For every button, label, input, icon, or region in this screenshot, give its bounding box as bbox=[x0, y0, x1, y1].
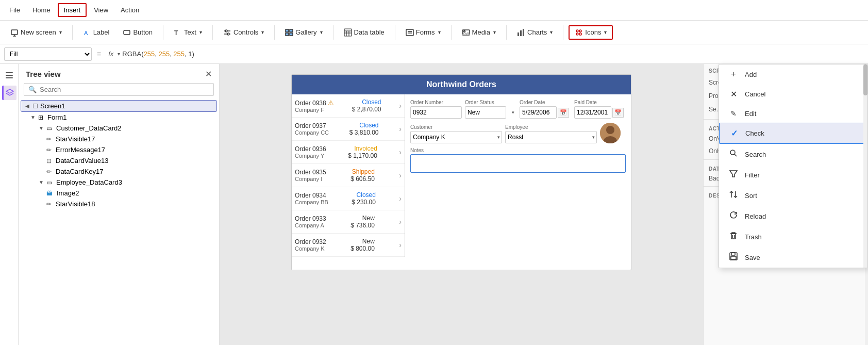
customer-select[interactable]: Company K bbox=[410, 131, 502, 143]
order-date-field: Order Date 📅 bbox=[520, 100, 571, 119]
screen1-label: Screen1 bbox=[40, 102, 65, 110]
svg-point-23 bbox=[463, 30, 465, 32]
main-layout: Tree view ✕ 🔍 ◀ ☐ Screen1 ▼ ⊞ Form1 ▼ ▭ bbox=[0, 64, 868, 345]
dropdown-check[interactable]: ✓ Check bbox=[719, 123, 867, 144]
toolbar-divider-7 bbox=[451, 25, 452, 40]
dck-icon: ✏ bbox=[46, 168, 52, 175]
order-0933-row[interactable]: Order 0933 Company A New $ 736.00 › bbox=[292, 210, 405, 234]
label-button[interactable]: A Label bbox=[78, 26, 115, 39]
left-panel-close-button[interactable]: ✕ bbox=[205, 69, 212, 79]
toolbar-divider-4 bbox=[274, 25, 275, 40]
forms-icon bbox=[406, 28, 414, 37]
dropdown-search[interactable]: Search bbox=[719, 144, 867, 165]
order-date-calendar-icon[interactable]: 📅 bbox=[558, 108, 569, 118]
order-date-input[interactable] bbox=[520, 106, 557, 119]
order-0936-row[interactable]: Order 0936 Company Y Invoiced $ 1,170.00… bbox=[292, 141, 405, 164]
tree-search-input[interactable] bbox=[40, 86, 209, 93]
controls-button[interactable]: Controls ▾ bbox=[218, 26, 269, 39]
order-0932-row[interactable]: Order 0932 Company K New $ 800.00 › bbox=[292, 234, 405, 257]
forms-button[interactable]: Forms ▾ bbox=[400, 26, 446, 39]
dropdown-trash[interactable]: Trash bbox=[719, 226, 867, 247]
customer-dc2-icon: ▭ bbox=[46, 125, 52, 132]
svg-rect-0 bbox=[11, 30, 18, 35]
employee-avatar bbox=[600, 123, 626, 143]
new-screen-icon bbox=[10, 28, 19, 37]
media-icon bbox=[462, 28, 470, 37]
dropdown-filter[interactable]: Filter bbox=[719, 165, 867, 185]
dropdown-sort[interactable]: Sort bbox=[719, 185, 867, 206]
menu-action[interactable]: Action bbox=[115, 4, 144, 16]
order-0934-row[interactable]: Order 0934 Company BB Closed $ 230.00 › bbox=[292, 187, 405, 210]
tree-item-customer-datacard2[interactable]: ▼ ▭ Customer_DataCard2 bbox=[21, 123, 217, 134]
notes-textarea[interactable] bbox=[410, 154, 626, 173]
controls-chevron: ▾ bbox=[261, 29, 264, 35]
emp-dc3-icon: ▭ bbox=[46, 179, 52, 186]
formula-value: RGBA(255, 255, 255, 1) bbox=[122, 50, 194, 58]
starvisible18-label: StarVisible18 bbox=[56, 200, 95, 208]
emp-dc3-chevron: ▼ bbox=[38, 179, 44, 185]
menu-home[interactable]: Home bbox=[27, 4, 56, 16]
menu-insert[interactable]: Insert bbox=[58, 3, 87, 17]
svg-rect-11 bbox=[290, 29, 293, 32]
svg-point-9 bbox=[227, 33, 229, 35]
dropdown-edit[interactable]: ✎ Edit bbox=[719, 104, 867, 123]
search-icon bbox=[728, 149, 739, 159]
hamburger-menu-icon[interactable] bbox=[2, 68, 16, 83]
row-chevron-0938: › bbox=[399, 102, 402, 110]
paid-date-input[interactable] bbox=[574, 106, 611, 119]
errormessage17-label: ErrorMessage17 bbox=[56, 146, 105, 154]
fill-property-select[interactable]: Fill bbox=[4, 47, 92, 61]
svg-rect-10 bbox=[286, 29, 289, 32]
svg-rect-45 bbox=[731, 256, 736, 259]
svg-line-36 bbox=[735, 154, 737, 156]
button-toolbar-btn[interactable]: Button bbox=[118, 26, 158, 39]
sort-icon bbox=[728, 190, 739, 201]
tree-item-employee-datacard3[interactable]: ▼ ▭ Employee_DataCard3 bbox=[21, 177, 217, 188]
svg-rect-19 bbox=[406, 29, 413, 36]
gallery-button[interactable]: Gallery ▾ bbox=[280, 26, 327, 39]
row-chevron-0934: › bbox=[399, 194, 402, 203]
tree-item-datacardkey17[interactable]: ✏ DataCardKey17 bbox=[21, 166, 217, 177]
form1-label: Form1 bbox=[47, 113, 67, 121]
new-screen-button[interactable]: New screen ▾ bbox=[5, 26, 67, 39]
tree-item-starvisible18[interactable]: ✏ StarVisible18 bbox=[21, 199, 217, 209]
row-chevron-0933: › bbox=[399, 218, 402, 226]
media-button[interactable]: Media ▾ bbox=[457, 26, 501, 39]
tree-item-form1[interactable]: ▼ ⊞ Form1 bbox=[21, 112, 217, 123]
orders-list: Order 0938 ⚠ Company F Closed $ 2,870.00… bbox=[292, 94, 405, 257]
dropdown-scrollbar[interactable] bbox=[863, 64, 867, 268]
order-0938-row[interactable]: Order 0938 ⚠ Company F Closed $ 2,870.00… bbox=[292, 94, 405, 118]
menu-bar: File Home Insert View Action bbox=[0, 0, 868, 21]
canvas-area: Northwind Orders Order 0938 ⚠ Company F … bbox=[220, 64, 703, 345]
svg-rect-13 bbox=[290, 33, 293, 36]
text-button[interactable]: T Text ▾ bbox=[169, 26, 207, 39]
employee-select[interactable]: Rossl bbox=[505, 131, 597, 143]
charts-button[interactable]: Charts ▾ bbox=[512, 26, 558, 39]
svg-text:A: A bbox=[84, 30, 88, 36]
dropdown-add[interactable]: + Add bbox=[719, 64, 867, 84]
paid-date-calendar-icon[interactable]: 📅 bbox=[612, 108, 624, 118]
order-0935-row[interactable]: Order 0935 Company I Shipped $ 606.50 › bbox=[292, 164, 405, 187]
menu-view[interactable]: View bbox=[89, 4, 113, 16]
tree-item-errormessage17[interactable]: ✏ ErrorMessage17 bbox=[21, 144, 217, 155]
tree-item-datacardvalue13[interactable]: ⊡ DataCardValue13 bbox=[21, 155, 217, 166]
tree-item-image2[interactable]: 🏔 Image2 bbox=[21, 188, 217, 199]
formula-expand-chevron[interactable]: ▾ bbox=[118, 51, 120, 57]
tree-item-starvisible17[interactable]: ✏ StarVisible17 bbox=[21, 134, 217, 144]
tree-item-screen1[interactable]: ◀ ☐ Screen1 bbox=[21, 100, 217, 112]
icons-button[interactable]: Icons ▾ bbox=[569, 25, 613, 40]
dropdown-save[interactable]: Save bbox=[719, 247, 867, 268]
layers-icon[interactable] bbox=[2, 86, 16, 100]
toolbar-divider-1 bbox=[72, 25, 73, 40]
data-table-button[interactable]: Data table bbox=[339, 26, 390, 39]
dropdown-cancel[interactable]: ✕ Cancel bbox=[719, 84, 867, 104]
menu-file[interactable]: File bbox=[4, 4, 25, 16]
order-status-input[interactable] bbox=[465, 106, 506, 119]
paid-date-field: Paid Date 📅 bbox=[574, 100, 626, 119]
dropdown-reload[interactable]: Reload bbox=[719, 206, 867, 226]
svg-rect-14 bbox=[344, 29, 352, 36]
order-number-input[interactable] bbox=[410, 106, 462, 119]
order-0937-row[interactable]: Order 0937 Company CC Closed $ 3,810.00 … bbox=[292, 118, 405, 141]
svg-marker-37 bbox=[730, 171, 737, 177]
customer-dc2-chevron: ▼ bbox=[38, 125, 44, 131]
